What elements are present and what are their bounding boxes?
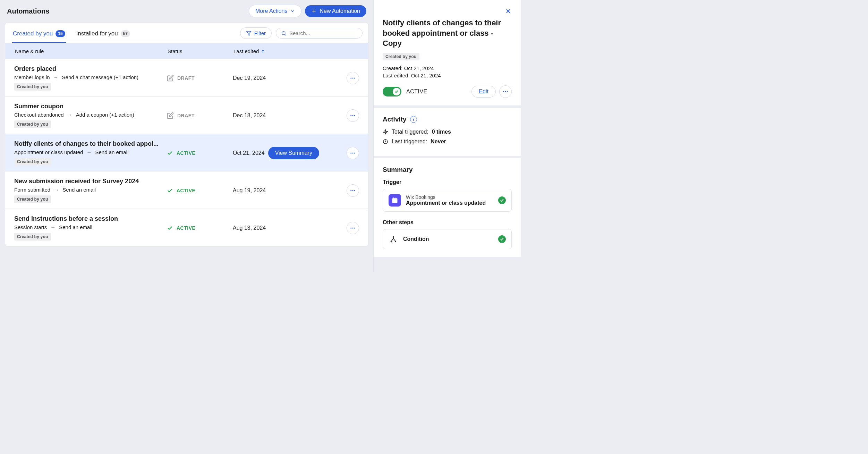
svg-point-23: [503, 91, 504, 92]
row-action: Send an email: [95, 149, 128, 155]
arrow-right-icon: →: [53, 74, 59, 80]
search-icon: [281, 31, 287, 36]
col-status-header[interactable]: Status: [168, 48, 233, 54]
tab-installed-label: Installed for you: [76, 30, 118, 37]
created-by-you-tag: Created by you: [14, 83, 51, 91]
activity-section: Activity i Total triggered: 0 times Last…: [374, 108, 521, 156]
check-icon: [394, 90, 399, 94]
col-edited-label: Last edited: [233, 48, 259, 54]
table-header: Name & rule Status Last edited: [5, 43, 368, 59]
svg-point-17: [354, 190, 355, 191]
tab-installed-for-you[interactable]: Installed for you 57: [76, 27, 131, 43]
filter-button[interactable]: Filter: [240, 27, 272, 39]
table-row[interactable]: Send instructions before a session Sessi…: [5, 209, 368, 246]
side-edited: Last edited: Oct 21, 2024: [383, 73, 512, 78]
plus-icon: [311, 8, 317, 14]
status-label: DRAFT: [177, 113, 195, 118]
col-edited-header[interactable]: Last edited: [233, 48, 358, 54]
edit-button[interactable]: Edit: [471, 86, 496, 98]
more-horizontal-icon: [502, 89, 509, 95]
bookings-app-icon: [389, 194, 401, 207]
svg-point-7: [352, 77, 354, 78]
total-triggered-label: Total triggered:: [392, 129, 428, 135]
view-summary-button[interactable]: View Summary: [268, 147, 319, 159]
edit-draft-icon: [167, 112, 174, 119]
check-circle-icon: [498, 196, 506, 204]
filter-icon: [246, 31, 252, 36]
more-horizontal-icon: [350, 150, 356, 156]
row-trigger: Form submitted: [14, 187, 50, 193]
row-more-button[interactable]: [347, 147, 359, 159]
more-horizontal-icon: [350, 187, 356, 194]
svg-line-4: [285, 34, 286, 35]
row-date: Aug 19, 2024: [233, 187, 266, 194]
status-label: DRAFT: [177, 75, 195, 81]
row-trigger: Session starts: [14, 224, 47, 230]
svg-point-20: [354, 227, 355, 228]
summary-section: Summary Trigger Wix Bookings Appointment…: [374, 158, 521, 257]
row-more-button[interactable]: [347, 222, 359, 234]
status-toggle[interactable]: [383, 87, 401, 96]
last-triggered-value: Never: [431, 138, 446, 145]
check-circle-icon: [498, 235, 506, 243]
arrow-right-icon: →: [50, 224, 56, 230]
side-created: Created: Oct 21, 2024: [383, 65, 512, 71]
created-by-you-tag: Created by you: [14, 233, 51, 241]
row-trigger: Checkout abandoned: [14, 112, 64, 118]
close-icon: [505, 8, 512, 15]
more-actions-button[interactable]: More Actions: [249, 5, 301, 17]
created-by-you-tag: Created by you: [14, 158, 51, 166]
page-title: Automations: [7, 7, 49, 15]
svg-marker-26: [383, 129, 388, 134]
table-row[interactable]: Summer coupon Checkout abandoned → Add a…: [5, 96, 368, 134]
status-label: ACTIVE: [177, 225, 195, 231]
trigger-description: Appointment or class updated: [406, 200, 493, 206]
trigger-step[interactable]: Wix Bookings Appointment or class update…: [383, 189, 512, 212]
tab-created-by-you[interactable]: Created by you 15: [12, 27, 66, 43]
row-title: Orders placed: [14, 65, 160, 73]
info-icon[interactable]: i: [410, 116, 417, 123]
row-more-button[interactable]: [347, 72, 359, 84]
svg-point-25: [507, 91, 508, 92]
condition-step[interactable]: Condition: [383, 229, 512, 249]
side-status-label: ACTIVE: [406, 89, 427, 95]
check-icon: [167, 225, 173, 231]
svg-point-11: [354, 115, 355, 116]
svg-point-31: [391, 241, 392, 242]
more-actions-label: More Actions: [255, 8, 287, 14]
sort-asc-icon: [261, 49, 265, 53]
status-label: ACTIVE: [177, 150, 195, 156]
row-trigger: Member logs in: [14, 74, 50, 80]
table-row[interactable]: Notify clients of changes to their booke…: [5, 134, 368, 171]
row-more-button[interactable]: [347, 109, 359, 122]
svg-point-8: [354, 77, 355, 78]
svg-point-24: [505, 91, 506, 92]
col-name-header[interactable]: Name & rule: [15, 48, 168, 54]
more-horizontal-icon: [350, 225, 356, 231]
new-automation-button[interactable]: New Automation: [305, 5, 366, 17]
row-date: Oct 21, 2024: [233, 150, 265, 156]
created-by-you-tag: Created by you: [14, 195, 51, 203]
table-row[interactable]: New submission received for Survey 2024 …: [5, 171, 368, 209]
row-date: Dec 19, 2024: [233, 75, 266, 81]
arrow-right-icon: →: [67, 112, 73, 118]
svg-point-15: [350, 190, 351, 191]
row-title: Notify clients of changes to their booke…: [14, 140, 160, 148]
side-more-button[interactable]: [499, 85, 512, 98]
svg-rect-28: [392, 198, 398, 203]
row-action: Add a coupon (+1 action): [76, 112, 134, 118]
check-icon: [167, 150, 173, 156]
table-row[interactable]: Orders placed Member logs in → Send a ch…: [5, 59, 368, 96]
svg-point-13: [352, 152, 354, 153]
close-panel-button[interactable]: [505, 8, 512, 16]
svg-point-19: [352, 227, 354, 228]
side-panel-header: Notify clients of changes to their booke…: [374, 0, 521, 106]
svg-rect-29: [393, 197, 394, 199]
row-more-button[interactable]: [347, 184, 359, 197]
row-action: Send a chat message (+1 action): [62, 74, 139, 80]
other-steps-heading: Other steps: [383, 219, 512, 226]
row-date: Aug 13, 2024: [233, 225, 266, 231]
search-input-wrap[interactable]: [276, 28, 363, 39]
svg-point-10: [352, 115, 354, 116]
search-input[interactable]: [289, 30, 357, 36]
